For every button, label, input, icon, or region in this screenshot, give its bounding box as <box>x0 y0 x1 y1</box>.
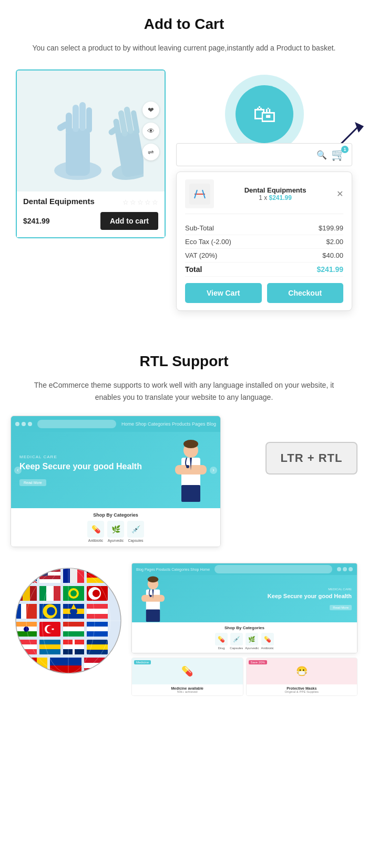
rtl-section-description: The eCommerce theme supports to work wel… <box>32 379 336 403</box>
cart-item-details: Dental Equipments 1 x $241.99 <box>219 186 331 201</box>
cart-item-row: Dental Equipments 1 x $241.99 ✕ <box>185 179 343 214</box>
rtl-cat-icon-ayurvedic: 🌿 <box>246 633 258 645</box>
svg-point-22 <box>186 465 189 468</box>
svg-rect-3 <box>73 105 79 132</box>
mini-card-image-1: 💊 Medicine <box>132 658 243 684</box>
category-item-2: 🌿 Ayurvedic <box>107 521 124 542</box>
mini-card-icon-2: 😷 <box>296 665 308 677</box>
section-title: Add to Cart <box>11 16 357 33</box>
bag-circle-outer: 🛍 <box>225 75 304 154</box>
browser-dot-a <box>349 567 353 571</box>
rtl-category-label: MEDICAL CARE <box>169 588 352 591</box>
browser-hero: ‹ MEDICAL CARE Keep Secure your good Hea… <box>11 432 220 508</box>
quick-view-icon[interactable]: 👁 <box>142 123 159 139</box>
product-image-area: ❤ 👁 ⇌ <box>17 70 165 191</box>
product-actions: ❤ 👁 ⇌ <box>142 102 159 160</box>
svg-rect-93 <box>87 631 108 637</box>
mini-card-body-2: Protective Masks Original & PPE Supplies <box>247 684 357 695</box>
checkout-button[interactable]: Checkout <box>267 283 344 303</box>
eco-tax-label: Eco Tax (-2.00) <box>185 238 231 246</box>
bag-circle-inner: 🛍 <box>236 85 293 143</box>
category-label-ayurvedic: Ayurvedic <box>108 539 124 542</box>
svg-rect-92 <box>87 627 108 631</box>
product-name: Dental Equipments <box>23 197 95 206</box>
browser-dot-1 <box>15 422 19 426</box>
svg-rect-101 <box>39 649 60 654</box>
svg-rect-28 <box>16 569 37 574</box>
cart-action-buttons: View Cart Checkout <box>185 283 343 303</box>
svg-rect-47 <box>87 578 108 583</box>
add-to-cart-section: Add to Cart You can select a product to … <box>0 0 368 332</box>
svg-rect-1 <box>66 128 90 176</box>
rtl-hero: MEDICAL CARE Keep Secure your good Healt… <box>132 575 357 622</box>
svg-point-62 <box>93 590 100 597</box>
svg-rect-65 <box>21 604 26 619</box>
svg-rect-91 <box>87 622 108 627</box>
eco-tax-value: $2.00 <box>326 238 343 246</box>
svg-point-129 <box>148 577 159 583</box>
cart-dropdown: Dental Equipments 1 x $241.99 ✕ Sub-Tota… <box>176 171 352 311</box>
svg-rect-55 <box>54 586 60 601</box>
hero-title: Keep Secure your good Health <box>19 461 170 472</box>
category-icon-antibiotic: 💊 <box>87 521 104 538</box>
view-cart-button[interactable]: View Cart <box>185 283 262 303</box>
svg-point-69 <box>47 607 55 615</box>
hero-read-more[interactable]: Read More <box>19 479 46 486</box>
globe-icon <box>11 563 126 679</box>
vat-value: $40.00 <box>322 251 343 259</box>
category-icon-ayurvedic: 🌿 <box>107 521 124 538</box>
cart-badge[interactable]: 🛒 1 <box>331 148 345 162</box>
rtl-doctor-figure <box>137 576 169 622</box>
rtl-hero-btn[interactable]: Read More <box>330 605 352 610</box>
next-arrow[interactable]: › <box>210 467 217 474</box>
rtl-browser-lower: Shop By Categories 💊 Drug 💉 Capsules 🌿 <box>132 622 357 653</box>
browser-dot-c <box>337 567 341 571</box>
svg-rect-5 <box>86 107 92 133</box>
svg-point-59 <box>70 590 77 597</box>
cart-item-name: Dental Equipments <box>219 186 331 194</box>
mini-card-icon-1: 💊 <box>181 665 193 677</box>
svg-rect-110 <box>16 658 26 673</box>
rtl-cat-icon-drug: 💊 <box>215 633 228 645</box>
mini-card-badge-1: Medicine <box>134 660 151 664</box>
rtl-categories-row: 💊 Drug 💉 Capsules 🌿 Ayurvedic 💊 <box>135 633 354 650</box>
shopping-bag-icon: 🛍 <box>253 101 276 127</box>
mini-card-name-2: Protective Masks <box>249 687 355 690</box>
rtl-browser-bar: Blog Pages Products Categories Shop Home <box>132 563 357 575</box>
total-value: $241.99 <box>316 265 343 274</box>
rtl-hero-title: Keep Secure your good Health <box>169 592 352 600</box>
subtotal-row: Sub-Total $199.99 <box>185 221 343 235</box>
rtl-shop-categories: Shop By Categories <box>135 625 354 630</box>
subtotal-label: Sub-Total <box>185 224 214 232</box>
eco-tax-row: Eco Tax (-2.00) $2.00 <box>185 235 343 249</box>
browser-dot-3 <box>28 422 32 426</box>
total-label: Total <box>185 265 202 274</box>
vat-label: VAT (20%) <box>185 251 217 259</box>
svg-line-30 <box>16 568 37 583</box>
hero-category: MEDICAL CARE <box>19 455 170 459</box>
shop-categories-heading: Shop By Categories <box>15 512 216 518</box>
svg-rect-76 <box>87 614 108 619</box>
search-icon[interactable]: 🔍 <box>316 150 327 160</box>
svg-rect-117 <box>84 658 116 663</box>
category-label-capsules: Capsules <box>128 539 143 542</box>
svg-rect-37 <box>39 576 60 579</box>
cart-item-remove-button[interactable]: ✕ <box>336 189 343 199</box>
rtl-url-bar <box>214 565 332 573</box>
wishlist-icon[interactable]: ❤ <box>142 102 159 118</box>
ltr-browser-mockup: Home Shop Categories Products Pages Blog… <box>11 416 221 547</box>
rtl-cat-label-drug: Drug <box>218 647 225 650</box>
svg-rect-4 <box>79 102 86 131</box>
compare-icon[interactable]: ⇌ <box>142 144 159 160</box>
browser-dot-b <box>343 567 347 571</box>
add-to-cart-button[interactable]: Add to cart <box>100 212 158 230</box>
mini-card-sub-1: 50k+ achieved <box>134 690 241 693</box>
cart-item-image <box>185 179 214 208</box>
svg-rect-23 <box>181 485 200 502</box>
cart-count-badge: 1 <box>341 146 349 153</box>
category-label-antibiotic: Antibiotic <box>88 539 103 542</box>
rtl-hero-text: MEDICAL CARE Keep Secure your good Healt… <box>169 588 352 610</box>
svg-rect-112 <box>37 658 47 673</box>
product-price: $241.99 <box>23 217 50 225</box>
browser-url-bar <box>37 420 116 428</box>
